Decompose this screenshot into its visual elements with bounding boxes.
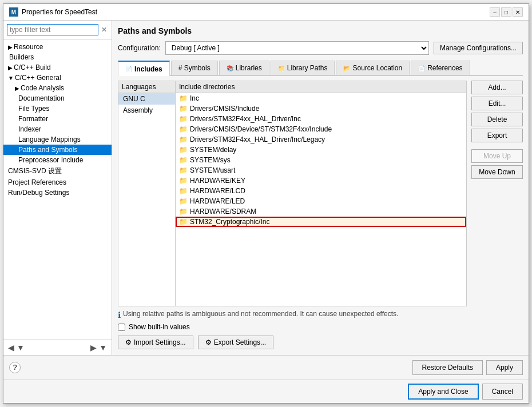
tab-library-paths-label: Library Paths xyxy=(287,64,328,72)
show-builtin-checkbox[interactable] xyxy=(118,324,125,331)
dir-item-hardware-lcd[interactable]: 📁 HARDWARE/LCD xyxy=(176,186,466,196)
tree-item-builders[interactable]: Builders xyxy=(3,52,112,62)
dir-item-label: SYSTEM/sys xyxy=(190,156,231,164)
dir-item-system-usart[interactable]: 📁 SYSTEM/usart xyxy=(176,165,466,175)
maximize-button[interactable]: □ xyxy=(501,7,511,17)
edit-button[interactable]: Edit... xyxy=(471,97,523,110)
cancel-button[interactable]: Cancel xyxy=(482,384,523,400)
library-paths-tab-icon: 📁 xyxy=(278,65,285,71)
import-settings-button[interactable]: ⚙ Import Settings... xyxy=(118,336,193,349)
export-settings-button[interactable]: ⚙ Export Settings... xyxy=(198,336,273,349)
close-button[interactable]: ✕ xyxy=(513,7,523,17)
nav-forward-button[interactable]: ▶ ▼ xyxy=(88,342,109,353)
dir-item-system-delay[interactable]: 📁 SYSTEM/delay xyxy=(176,145,466,155)
tree-item-cpp-general[interactable]: ▼ C/C++ General xyxy=(3,73,112,83)
dir-item-stm32-crypto[interactable]: 📁 STM32_Cryptographic/Inc xyxy=(176,217,466,227)
tree-item-label: C/C++ Build xyxy=(14,63,51,71)
tree-item-label: CMSIS-SVD 设置 xyxy=(8,166,62,176)
tree-item-paths-and-symbols[interactable]: Paths and Symbols xyxy=(3,145,112,155)
dialog-footer: ? Restore Defaults Apply xyxy=(3,355,529,380)
export-settings-label: Export Settings... xyxy=(214,338,266,346)
tree-item-label: Code Analysis xyxy=(21,84,64,92)
tab-includes-label: Includes xyxy=(134,65,162,73)
tree-item-indexer[interactable]: Indexer xyxy=(3,124,112,134)
dir-item-hal-legacy[interactable]: 📁 Drivers/STM32F4xx_HAL_Driver/Inc/Legac… xyxy=(176,134,466,145)
directories-column: Include directories 📁 Inc 📁 Drivers/CMSI… xyxy=(176,81,466,306)
tree-item-file-types[interactable]: File Types xyxy=(3,103,112,114)
tree-item-language-mappings[interactable]: Language Mappings xyxy=(3,134,112,145)
footer-buttons: Restore Defaults Apply xyxy=(412,360,523,375)
tabs-container: 📄 Includes # Symbols 📚 Libraries 📁 Libra… xyxy=(118,61,523,76)
folder-icon: 📁 xyxy=(179,197,188,205)
dir-item-label: HARDWARE/KEY xyxy=(190,177,245,185)
tree-item-resource[interactable]: ▶ Resource xyxy=(3,42,112,52)
add-button[interactable]: Add... xyxy=(471,81,523,94)
tree-item-code-analysis[interactable]: ▶ Code Analysis xyxy=(3,83,112,93)
properties-dialog: M Properties for SpeedTest – □ ✕ ✕ ▶ Res… xyxy=(3,3,529,404)
search-box: ✕ xyxy=(3,21,112,39)
dir-item-cmsis-device[interactable]: 📁 Drivers/CMSIS/Device/ST/STM32F4xx/Incl… xyxy=(176,124,466,134)
left-panel: ✕ ▶ Resource Builders ▶ C/C++ Build xyxy=(3,21,112,355)
dir-item-system-sys[interactable]: 📁 SYSTEM/sys xyxy=(176,155,466,165)
move-down-button[interactable]: Move Down xyxy=(471,165,523,179)
side-buttons-panel: Add... Edit... Delete Export Move Up Mov… xyxy=(471,81,523,306)
tree-item-project-references[interactable]: Project References xyxy=(3,177,112,187)
language-gnu-c[interactable]: GNU C xyxy=(118,93,175,105)
tab-source-location[interactable]: 📂 Source Location xyxy=(336,61,410,75)
tab-symbols[interactable]: # Symbols xyxy=(171,61,218,75)
dir-item-label: HARDWARE/SDRAM xyxy=(190,208,256,216)
tree-item-preprocessor-include[interactable]: Preprocessor Include xyxy=(3,155,112,165)
tree-item-label: Resource xyxy=(14,43,43,51)
tree-item-cmsis-svd[interactable]: CMSIS-SVD 设置 xyxy=(3,165,112,177)
tab-references[interactable]: 📄 References xyxy=(411,61,470,75)
folder-icon: 📁 xyxy=(179,218,188,226)
tab-source-location-label: Source Location xyxy=(352,64,402,72)
tree-item-label: Documentation xyxy=(18,94,65,102)
language-assembly[interactable]: Assembly xyxy=(118,105,175,116)
restore-defaults-button[interactable]: Restore Defaults xyxy=(412,360,483,375)
manage-configurations-button[interactable]: Manage Configurations... xyxy=(434,42,523,54)
folder-icon: 📁 xyxy=(179,105,188,113)
dir-item-inc[interactable]: 📁 Inc xyxy=(176,93,466,103)
configuration-row: Configuration: Debug [ Active ] Manage C… xyxy=(118,41,523,55)
configuration-select[interactable]: Debug [ Active ] xyxy=(165,41,429,55)
help-button[interactable]: ? xyxy=(9,362,21,373)
folder-icon: 📁 xyxy=(179,177,188,185)
section-title: Paths and Symbols xyxy=(118,26,523,35)
export-button[interactable]: Export xyxy=(471,129,523,142)
left-panel-nav: ◀ ▼ ▶ ▼ xyxy=(3,340,112,355)
tree-item-cpp-build[interactable]: ▶ C/C++ Build xyxy=(3,62,112,73)
search-input[interactable] xyxy=(7,24,98,35)
folder-icon: 📁 xyxy=(179,115,188,123)
folder-icon: 📁 xyxy=(179,187,188,195)
apply-button[interactable]: Apply xyxy=(486,360,523,375)
delete-button[interactable]: Delete xyxy=(471,113,523,126)
dialog-title: Properties for SpeedTest xyxy=(22,8,97,16)
apply-and-close-button[interactable]: Apply and Close xyxy=(408,384,478,400)
folder-icon: 📁 xyxy=(179,125,188,133)
tab-libraries[interactable]: 📚 Libraries xyxy=(219,61,269,75)
dir-item-hardware-key[interactable]: 📁 HARDWARE/KEY xyxy=(176,175,466,186)
dir-item-hardware-sdram[interactable]: 📁 HARDWARE/SDRAM xyxy=(176,206,466,217)
tab-includes[interactable]: 📄 Includes xyxy=(118,61,170,76)
dir-item-cmsis-include[interactable]: 📁 Drivers/CMSIS/Include xyxy=(176,103,466,114)
dir-item-hardware-led[interactable]: 📁 HARDWARE/LED xyxy=(176,196,466,206)
tab-library-paths[interactable]: 📁 Library Paths xyxy=(271,61,335,75)
tree-item-formatter[interactable]: Formatter xyxy=(3,114,112,124)
tree-item-run-debug-settings[interactable]: Run/Debug Settings xyxy=(3,187,112,198)
dir-item-label: STM32_Cryptographic/Inc xyxy=(190,218,269,226)
arrow-icon: ▶ xyxy=(8,65,13,71)
dir-item-label: HARDWARE/LCD xyxy=(190,187,245,195)
dir-item-label: Drivers/CMSIS/Device/ST/STM32F4xx/Includ… xyxy=(190,125,332,133)
minimize-button[interactable]: – xyxy=(490,7,500,17)
folder-icon: 📁 xyxy=(179,135,188,143)
tab-libraries-label: Libraries xyxy=(236,64,262,72)
dir-item-label: Drivers/STM32F4xx_HAL_Driver/Inc/Legacy xyxy=(190,135,325,143)
tab-symbols-label: # Symbols xyxy=(178,64,211,72)
nav-back-button[interactable]: ◀ ▼ xyxy=(6,342,27,353)
move-up-button[interactable]: Move Up xyxy=(471,149,523,163)
dir-item-hal-inc[interactable]: 📁 Drivers/STM32F4xx_HAL_Driver/Inc xyxy=(176,114,466,124)
search-clear-button[interactable]: ✕ xyxy=(100,25,109,34)
includes-panel: Languages GNU C Assembly Include directo… xyxy=(118,81,467,306)
tree-item-documentation[interactable]: Documentation xyxy=(3,93,112,103)
